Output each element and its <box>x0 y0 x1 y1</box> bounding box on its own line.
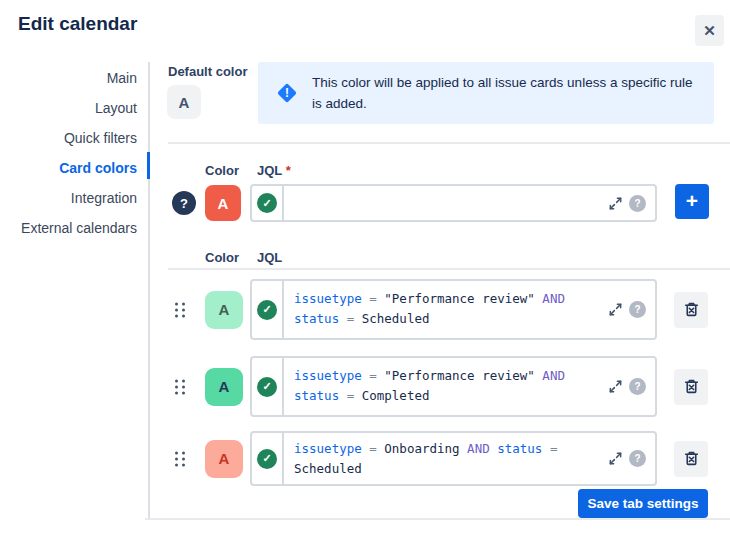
delete-rule-button[interactable] <box>674 369 708 405</box>
sidebar-item-layout[interactable]: Layout <box>0 93 137 123</box>
required-asterisk: * <box>286 163 291 178</box>
sidebar: Main Layout Quick filters Card colors In… <box>0 63 137 243</box>
rules-jql-column-header: JQL <box>257 250 282 265</box>
jql-help-icon[interactable]: ? <box>629 301 646 318</box>
drag-handle-icon[interactable] <box>175 302 187 317</box>
trash-icon <box>683 301 700 318</box>
default-color-label: Default color <box>168 64 247 79</box>
drag-handle-icon[interactable] <box>175 379 187 394</box>
jql-input[interactable] <box>284 186 608 220</box>
active-tab-indicator <box>147 152 150 179</box>
info-icon: ! <box>278 84 296 102</box>
sidebar-item-quick-filters[interactable]: Quick filters <box>0 123 137 153</box>
jql-code[interactable]: issuetype = "Performance review" ANDstat… <box>284 358 608 415</box>
sidebar-item-card-colors[interactable]: Card colors <box>0 153 137 183</box>
sidebar-item-external-calendars[interactable]: External calendars <box>0 213 137 243</box>
sidebar-item-integration[interactable]: Integration <box>0 183 137 213</box>
jql-field[interactable]: ✓ issuetype = "Performance review" ANDst… <box>250 279 657 340</box>
plus-icon: + <box>686 189 698 213</box>
section-divider <box>168 142 730 144</box>
expand-icon[interactable] <box>608 196 623 211</box>
check-icon: ✓ <box>257 300 277 320</box>
expand-icon[interactable] <box>608 379 623 394</box>
help-icon[interactable]: ? <box>172 191 196 215</box>
sidebar-item-main[interactable]: Main <box>0 63 137 93</box>
jql-code[interactable]: issuetype = "Performance review" ANDstat… <box>284 281 608 338</box>
jql-help-icon[interactable]: ? <box>629 195 646 212</box>
trash-icon <box>683 378 700 395</box>
default-color-chip[interactable]: A <box>167 85 201 119</box>
jql-help-icon[interactable]: ? <box>629 450 646 467</box>
jql-column-header: JQL * <box>257 163 291 178</box>
delete-rule-button[interactable] <box>674 292 708 328</box>
sidebar-divider <box>148 62 150 518</box>
new-rule-color-chip[interactable]: A <box>205 185 241 221</box>
check-icon: ✓ <box>257 449 277 469</box>
color-chip[interactable]: A <box>205 291 243 329</box>
expand-icon[interactable] <box>608 451 623 466</box>
add-rule-button[interactable]: + <box>675 184 709 219</box>
jql-code[interactable]: issuetype = Onboarding AND status =Sched… <box>284 433 608 484</box>
info-banner-text: This color will be applied to all issue … <box>312 75 692 111</box>
check-icon: ✓ <box>257 377 277 397</box>
info-banner: ! This color will be applied to all issu… <box>258 62 714 124</box>
drag-handle-icon[interactable] <box>175 451 187 466</box>
edit-calendar-dialog: Edit calendar ✕ Main Layout Quick filter… <box>0 0 730 560</box>
footer-divider <box>145 518 730 520</box>
rules-divider <box>168 268 730 270</box>
page-title: Edit calendar <box>18 13 137 35</box>
check-icon: ✓ <box>257 193 277 213</box>
close-button[interactable]: ✕ <box>695 15 724 46</box>
rules-color-column-header: Color <box>205 250 239 265</box>
color-column-header: Color <box>205 163 239 178</box>
expand-icon[interactable] <box>608 302 623 317</box>
close-icon: ✕ <box>703 22 716 40</box>
jql-field[interactable]: ✓ issuetype = "Performance review" ANDst… <box>250 356 657 417</box>
save-tab-settings-button[interactable]: Save tab settings <box>578 489 708 518</box>
jql-valid-indicator: ✓ <box>252 186 284 220</box>
jql-valid-indicator: ✓ <box>252 433 284 484</box>
rule-row: A ✓ issuetype = Onboarding AND status =S… <box>168 431 730 486</box>
jql-field[interactable]: ✓ issuetype = Onboarding AND status =Sch… <box>250 431 657 486</box>
jql-valid-indicator: ✓ <box>252 358 284 415</box>
rule-row: A ✓ issuetype = "Performance review" AND… <box>168 279 730 340</box>
jql-valid-indicator: ✓ <box>252 281 284 338</box>
jql-help-icon[interactable]: ? <box>629 378 646 395</box>
new-rule-jql-field: ✓ ? <box>250 184 657 222</box>
delete-rule-button[interactable] <box>674 441 708 477</box>
rule-row: A ✓ issuetype = "Performance review" AND… <box>168 356 730 417</box>
color-chip[interactable]: A <box>205 368 243 406</box>
color-chip[interactable]: A <box>205 440 243 478</box>
trash-icon <box>683 450 700 467</box>
